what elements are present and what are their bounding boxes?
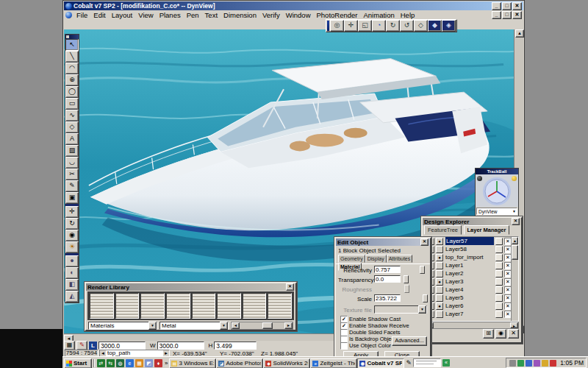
swatch-scroll-thumb[interactable] [262, 322, 273, 329]
language-indicator[interactable] [413, 358, 441, 367]
zoom-tool-button[interactable]: ◎ [330, 20, 344, 32]
path-next-icon[interactable]: ► [163, 350, 169, 356]
doc-restore-button[interactable]: □ [502, 11, 512, 19]
length-field[interactable] [98, 342, 146, 350]
close-button[interactable]: ✕ [512, 2, 522, 10]
quicklaunch-messenger-icon[interactable]: ◩ [145, 359, 153, 367]
swatch-scrollbar[interactable]: ◄ ► [231, 322, 293, 330]
render-library-titlebar[interactable]: Render Library ✕ [86, 283, 295, 291]
doc-minimize-button[interactable]: _ [492, 11, 501, 19]
tool-polygon-button[interactable]: ◇ [65, 121, 79, 133]
tool-fillet-button[interactable]: ◡ [65, 157, 79, 169]
trackball-view-selector[interactable]: DynView ▼ [476, 208, 517, 215]
tab-attributes[interactable]: Attributes [387, 255, 413, 263]
layer-row[interactable]: Layer7✕0 [426, 310, 518, 318]
tool-text-button[interactable]: A [65, 133, 79, 145]
minimize-button[interactable]: _ [492, 2, 501, 10]
tool-trim-button[interactable]: ✂ [65, 169, 79, 180]
quicklaunch-grid-icon[interactable]: ▦ [135, 359, 143, 367]
quicklaunch-globe-icon[interactable]: ◍ [116, 359, 124, 367]
layer-name[interactable]: Layer2 [445, 269, 494, 277]
task-cobalt-active[interactable]: ◉Cobalt v7 SP2 -... [357, 358, 404, 368]
quicklaunch-media-icon[interactable]: ♦ [154, 359, 162, 367]
shaded-view-button[interactable]: ◆ [428, 20, 442, 32]
render-view-button[interactable]: ◈ [442, 20, 456, 32]
tray-icon[interactable] [542, 360, 548, 367]
tray-icon[interactable] [550, 360, 556, 367]
swatch-scroll-left[interactable]: ◄ [232, 322, 240, 329]
material-swatch[interactable] [115, 293, 140, 319]
layer-name[interactable]: Layer57 [445, 237, 494, 245]
tray-icon[interactable] [517, 360, 524, 367]
layer-name[interactable]: Layer7 [445, 310, 494, 318]
layer-row[interactable]: Layer1✕1 [426, 261, 518, 269]
quicklaunch-overflow-icon[interactable]: » [165, 360, 168, 367]
render-library-close-button[interactable]: ✕ [286, 283, 294, 291]
layer-color-swatch[interactable] [495, 302, 503, 310]
menu-file[interactable]: File [74, 10, 90, 20]
rotate-ccw-button[interactable]: ↺ [400, 20, 414, 32]
material-swatch[interactable] [90, 293, 114, 319]
width-field[interactable] [157, 342, 204, 350]
tool-pan-button[interactable]: ✛ [65, 206, 79, 218]
menu-verify[interactable]: Verify [259, 10, 283, 20]
layer-visibility-box[interactable] [436, 311, 443, 318]
scale-field[interactable] [374, 294, 401, 302]
tool-hatch-button[interactable]: ▨ [65, 145, 79, 157]
layer-row[interactable]: ●top_for_import✕1 [426, 253, 518, 261]
reflectivity-field[interactable] [374, 266, 401, 273]
layer-color-swatch[interactable] [495, 270, 503, 277]
layer-color-swatch[interactable] [495, 311, 503, 318]
swatch-scroll-right[interactable]: ► [284, 322, 293, 329]
path-prev-icon[interactable]: ◄ [100, 350, 106, 356]
title-bar[interactable]: Cobalt v7 SP2 - [modifikation_C.co* -- D… [64, 1, 523, 10]
palette-close-icon[interactable] [66, 35, 69, 38]
layer-name[interactable]: Layer5 [445, 294, 494, 302]
tab-layer-manager[interactable]: Layer Manager [464, 225, 510, 235]
layer-name[interactable]: Layer6 [445, 302, 494, 310]
layer-color-swatch[interactable] [495, 238, 503, 245]
tool-rotate-button[interactable]: ↻ [65, 218, 79, 230]
trackball-body[interactable] [476, 174, 518, 207]
layer-scroll-thumb[interactable] [512, 245, 518, 260]
tool-mesh-button[interactable]: ◭ [65, 291, 79, 302]
tray-icon[interactable] [534, 360, 540, 367]
quicklaunch-media-back-icon[interactable]: ⇄ [97, 359, 105, 367]
doc-close-button[interactable]: ✕ [512, 11, 522, 19]
tool-stamp-button[interactable]: ▣ [65, 192, 79, 204]
edit-object-titlebar[interactable]: Edit Object ✕ [336, 238, 430, 246]
restore-button[interactable]: □ [502, 2, 512, 10]
task-internet-explorer[interactable]: eZeitgeist - The Mo... [310, 358, 357, 368]
trackball-view-dropdown-icon[interactable]: ▼ [512, 208, 517, 214]
layer-color-swatch[interactable] [495, 278, 503, 286]
tool-surface-button[interactable]: ◧ [65, 279, 79, 291]
layer-visibility-box[interactable]: ● [436, 238, 443, 245]
layer-row[interactable]: Layer2✕3 [426, 269, 518, 277]
layer-visibility-box[interactable] [436, 246, 443, 253]
tool-pen-button[interactable]: ✎ [65, 180, 79, 192]
trackball-titlebar[interactable]: TrackBall [476, 169, 518, 174]
material-family-select[interactable]: Metal ▼ [159, 322, 229, 330]
family-dropdown-icon[interactable]: ▼ [220, 322, 228, 330]
layer-row[interactable]: ●Layer6✕1 [426, 302, 518, 310]
layer-visibility-box[interactable] [436, 262, 443, 269]
trackball-yellow-button[interactable] [512, 176, 517, 181]
material-swatch[interactable] [268, 293, 292, 319]
design-explorer-close-button[interactable]: ✕ [512, 218, 520, 225]
trackball-sphere[interactable] [482, 177, 512, 206]
tool-light-button[interactable]: ☀ [65, 241, 79, 253]
layer-color-swatch[interactable] [495, 262, 503, 269]
material-swatch[interactable] [192, 293, 216, 319]
transparency-field[interactable] [374, 275, 401, 283]
tab-display[interactable]: Display [365, 255, 387, 263]
trackball-black-button[interactable] [477, 176, 482, 181]
layer-list-vscrollbar[interactable]: ▲ [511, 237, 518, 321]
tray-icon[interactable] [526, 360, 532, 367]
tool-arc-button[interactable]: ◠ [65, 63, 79, 74]
layer-name[interactable]: Layer4 [445, 286, 494, 294]
tool-shaded-button[interactable]: ◐ [65, 267, 79, 279]
category-dropdown-icon[interactable]: ▼ [148, 322, 157, 330]
new-layer-button[interactable]: ⊞ [483, 329, 494, 339]
tool-render-sphere-button[interactable]: ● [65, 255, 79, 267]
layer-visibility-box[interactable]: ● [436, 254, 443, 261]
